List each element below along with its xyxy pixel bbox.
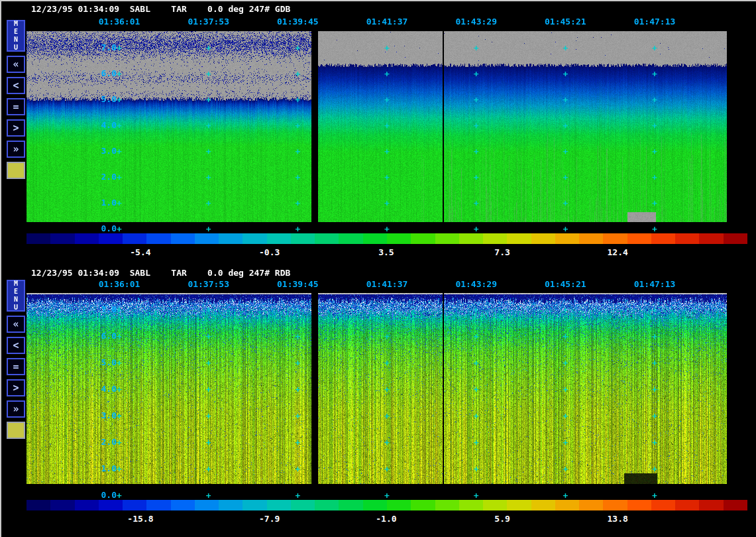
colorbar-cell bbox=[603, 500, 627, 510]
step-back-button[interactable]: < bbox=[7, 337, 25, 354]
grid-tick-icon: + bbox=[117, 491, 122, 501]
colorbar-value: -7.9 bbox=[259, 514, 280, 524]
colorbar-cell bbox=[724, 500, 747, 510]
colorbar-cell bbox=[243, 500, 266, 510]
pause-button[interactable]: = bbox=[7, 358, 25, 375]
time-label: 01:36:01 bbox=[99, 279, 140, 289]
marker-button[interactable] bbox=[7, 422, 25, 439]
grid-tick-icon: + bbox=[117, 224, 122, 234]
colorbar-cell bbox=[315, 233, 339, 244]
time-label: 01:45:21 bbox=[545, 279, 586, 289]
colorbar-cell bbox=[315, 500, 339, 510]
step-back-button[interactable]: < bbox=[7, 77, 25, 94]
colorbar-cell bbox=[171, 233, 195, 244]
grid-tick-icon: + bbox=[652, 224, 657, 234]
time-label: 01:43:29 bbox=[455, 279, 497, 289]
colorbar-cell bbox=[291, 500, 315, 510]
marker-button[interactable] bbox=[7, 162, 25, 179]
colorbar-cell bbox=[146, 233, 170, 244]
colorbar-value: 12.4 bbox=[608, 247, 628, 257]
step-forward-button[interactable]: > bbox=[7, 379, 25, 396]
colorbar-cell bbox=[531, 233, 555, 244]
time-label: 01:37:53 bbox=[188, 17, 229, 27]
colorbar-cell bbox=[675, 500, 699, 510]
colorbar-cell bbox=[411, 500, 435, 510]
colorbar-cell bbox=[363, 500, 387, 510]
rdb-heatmap[interactable] bbox=[27, 293, 727, 484]
menu-sidebar: MENU«<=>» bbox=[7, 280, 25, 439]
colorbar-cell bbox=[459, 233, 483, 244]
gdb-heatmap[interactable] bbox=[27, 31, 727, 222]
grid-tick-icon: + bbox=[295, 491, 300, 501]
colorbar-cell bbox=[75, 500, 99, 510]
colorbar-cell bbox=[411, 233, 435, 244]
colorbar-cell bbox=[267, 233, 291, 244]
pause-button[interactable]: = bbox=[7, 98, 25, 115]
colorbar-value: -15.8 bbox=[127, 514, 153, 524]
menu-label: MENU bbox=[7, 20, 25, 52]
colorbar-cell bbox=[50, 500, 74, 510]
colorbar-cell bbox=[483, 500, 507, 510]
step-forward-button[interactable]: > bbox=[7, 119, 25, 137]
colorbar-cell bbox=[531, 500, 555, 510]
colorbar-cell bbox=[435, 500, 459, 510]
colorbar-cell bbox=[75, 233, 99, 244]
colorbar-labels: -5.4-0.33.57.312.4 bbox=[27, 247, 747, 257]
colorbar-value: -5.4 bbox=[130, 247, 150, 257]
colorbar-cell bbox=[387, 233, 411, 244]
grid-tick-icon: + bbox=[563, 491, 568, 501]
colorbar-cell bbox=[675, 233, 699, 244]
menu-sidebar: MENU«<=>» bbox=[7, 20, 25, 179]
colorbar-cell bbox=[459, 500, 483, 510]
grid-tick-icon: + bbox=[206, 224, 211, 234]
colorbar-value: -1.0 bbox=[376, 514, 396, 524]
colorbar-cell bbox=[27, 233, 50, 244]
colorbar bbox=[27, 500, 747, 510]
colorbar-cell bbox=[291, 233, 315, 244]
grid-tick-icon: + bbox=[474, 224, 479, 234]
grid-tick-icon: + bbox=[206, 491, 211, 501]
colorbar-cell bbox=[627, 233, 651, 244]
fast-forward-button[interactable]: » bbox=[7, 400, 25, 418]
colorbar-value: 13.8 bbox=[608, 514, 628, 524]
colorbar-cell bbox=[507, 500, 531, 510]
grid-tick-icon: + bbox=[295, 224, 300, 234]
colorbar-cell bbox=[146, 500, 170, 510]
colorbar-cell bbox=[483, 233, 507, 244]
sabl-display-screen: { "menu": { "label": "MENU", "buttons": … bbox=[0, 0, 756, 537]
colorbar-value: 7.3 bbox=[494, 247, 510, 257]
grid-tick-icon: + bbox=[384, 224, 390, 234]
colorbar-cell bbox=[123, 233, 146, 244]
time-label: 01:47:13 bbox=[634, 279, 676, 289]
colorbar-cell bbox=[171, 500, 195, 510]
colorbar-cell bbox=[555, 500, 579, 510]
fast-rewind-button[interactable]: « bbox=[7, 56, 25, 73]
fast-forward-button[interactable]: » bbox=[7, 141, 25, 158]
colorbar-value: -0.3 bbox=[259, 247, 280, 257]
panel-header: 12/23/95 01:34:09 SABL TAR 0.0 deg 247# … bbox=[31, 4, 290, 14]
colorbar-cell bbox=[724, 233, 747, 244]
colorbar-value: 3.5 bbox=[378, 247, 394, 257]
colorbar-labels: -15.8-7.9-1.05.913.8 bbox=[27, 514, 747, 523]
colorbar-cell bbox=[651, 500, 675, 510]
colorbar-cell bbox=[387, 500, 411, 510]
colorbar-cell bbox=[579, 500, 603, 510]
colorbar-cell bbox=[603, 233, 627, 244]
altitude-label: 0.0 bbox=[94, 490, 117, 500]
colorbar-cell bbox=[339, 500, 362, 510]
colorbar-cell bbox=[99, 233, 123, 244]
time-label: 01:41:37 bbox=[366, 279, 408, 289]
colorbar-value: 5.9 bbox=[494, 514, 510, 524]
colorbar-cell bbox=[699, 500, 723, 510]
time-label: 01:41:37 bbox=[366, 17, 408, 27]
grid-tick-icon: + bbox=[652, 491, 657, 501]
time-label: 01:39:45 bbox=[277, 279, 319, 289]
colorbar-cell bbox=[363, 233, 387, 244]
colorbar-cell bbox=[50, 233, 74, 244]
time-label: 01:43:29 bbox=[455, 17, 497, 27]
colorbar-cell bbox=[555, 233, 579, 244]
fast-rewind-button[interactable]: « bbox=[7, 316, 25, 333]
time-label: 01:47:13 bbox=[634, 17, 676, 27]
colorbar-cell bbox=[627, 500, 651, 510]
colorbar-cell bbox=[339, 233, 362, 244]
